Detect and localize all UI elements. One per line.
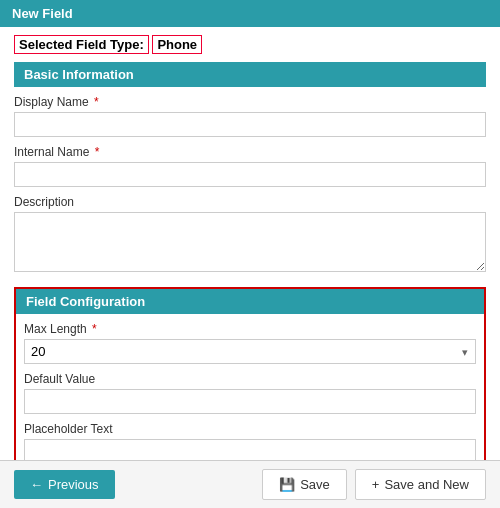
internal-name-required: * xyxy=(95,145,100,159)
field-config-section: Field Configuration Max Length * 10 20 5… xyxy=(14,287,486,460)
window-title: New Field xyxy=(12,6,73,21)
display-name-group: Display Name * xyxy=(14,95,486,137)
save-and-new-button[interactable]: + Save and New xyxy=(355,469,486,500)
selected-field-type-value: Phone xyxy=(152,35,202,54)
placeholder-text-group: Placeholder Text xyxy=(24,422,476,460)
previous-button[interactable]: ← Previous xyxy=(14,470,115,499)
default-value-group: Default Value xyxy=(24,372,476,414)
selected-field-type-label: Selected Field Type: xyxy=(14,35,149,54)
display-name-label: Display Name * xyxy=(14,95,486,109)
footer: ← Previous 💾 Save + Save and New xyxy=(0,460,500,508)
max-length-required: * xyxy=(92,322,97,336)
form-content: Selected Field Type: Phone Basic Informa… xyxy=(0,27,500,460)
basic-info-section: Basic Information Display Name * Interna… xyxy=(14,62,486,283)
save-and-new-label: Save and New xyxy=(384,477,469,492)
new-field-window: New Field Selected Field Type: Phone Bas… xyxy=(0,0,500,508)
description-input[interactable] xyxy=(14,212,486,272)
internal-name-input[interactable] xyxy=(14,162,486,187)
max-length-select-wrapper: 10 20 50 100 200 ▾ xyxy=(24,339,476,364)
field-config-header: Field Configuration xyxy=(16,289,484,314)
max-length-label: Max Length * xyxy=(24,322,476,336)
save-and-new-icon: + xyxy=(372,477,380,492)
save-label: Save xyxy=(300,477,330,492)
title-bar: New Field xyxy=(0,0,500,27)
internal-name-label: Internal Name * xyxy=(14,145,486,159)
basic-info-header: Basic Information xyxy=(14,62,486,87)
max-length-group: Max Length * 10 20 50 100 200 ▾ xyxy=(24,322,476,364)
default-value-label: Default Value xyxy=(24,372,476,386)
placeholder-text-input[interactable] xyxy=(24,439,476,460)
save-button[interactable]: 💾 Save xyxy=(262,469,347,500)
description-group: Description xyxy=(14,195,486,275)
max-length-select[interactable]: 10 20 50 100 200 xyxy=(24,339,476,364)
display-name-required: * xyxy=(94,95,99,109)
default-value-input[interactable] xyxy=(24,389,476,414)
selected-field-type-row: Selected Field Type: Phone xyxy=(14,37,486,52)
description-label: Description xyxy=(14,195,486,209)
previous-arrow-icon: ← xyxy=(30,477,43,492)
previous-label: Previous xyxy=(48,477,99,492)
internal-name-group: Internal Name * xyxy=(14,145,486,187)
save-icon: 💾 xyxy=(279,477,295,492)
display-name-input[interactable] xyxy=(14,112,486,137)
placeholder-text-label: Placeholder Text xyxy=(24,422,476,436)
